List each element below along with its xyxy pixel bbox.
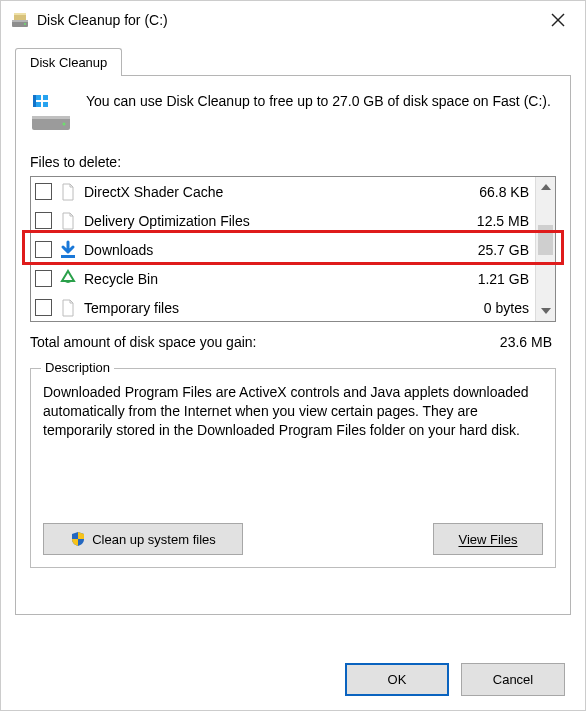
file-name: Delivery Optimization Files: [84, 213, 465, 229]
file-size: 0 bytes: [478, 300, 529, 316]
intro-text: You can use Disk Cleanup to free up to 2…: [86, 92, 551, 134]
svg-rect-3: [14, 13, 26, 15]
recycle-icon: [58, 269, 78, 289]
svg-point-4: [24, 23, 26, 25]
file-row[interactable]: DirectX Shader Cache66.8 KB: [31, 177, 535, 206]
svg-rect-1: [12, 20, 28, 22]
window-title: Disk Cleanup for (C:): [37, 12, 535, 28]
description-text: Downloaded Program Files are ActiveX con…: [43, 383, 543, 483]
file-checkbox[interactable]: [35, 270, 52, 287]
page-icon: [58, 298, 78, 318]
file-row[interactable]: Temporary files0 bytes: [31, 293, 535, 322]
files-to-delete-label: Files to delete:: [30, 154, 556, 170]
svg-rect-11: [33, 95, 36, 107]
description-legend: Description: [41, 360, 114, 375]
titlebar: Disk Cleanup for (C:): [1, 1, 585, 39]
description-groupbox: Description Downloaded Program Files are…: [30, 368, 556, 568]
description-button-row: Clean up system files View Files: [43, 523, 543, 555]
close-button[interactable]: [535, 5, 581, 35]
file-size: 66.8 KB: [473, 184, 529, 200]
scroll-thumb[interactable]: [538, 225, 553, 255]
svg-rect-13: [41, 95, 43, 107]
cancel-button[interactable]: Cancel: [461, 663, 565, 696]
file-name: DirectX Shader Cache: [84, 184, 467, 200]
file-row[interactable]: Recycle Bin1.21 GB: [31, 264, 535, 293]
file-name: Recycle Bin: [84, 271, 466, 287]
file-checkbox[interactable]: [35, 212, 52, 229]
file-size: 1.21 GB: [472, 271, 529, 287]
tabstrip: Disk Cleanup: [15, 45, 571, 75]
scroll-up-button[interactable]: [536, 177, 555, 197]
file-size: 12.5 MB: [471, 213, 529, 229]
file-name: Downloads: [84, 242, 466, 258]
total-row: Total amount of disk space you gain: 23.…: [30, 334, 556, 350]
tab-panel: You can use Disk Cleanup to free up to 2…: [15, 75, 571, 615]
download-icon: [58, 240, 78, 260]
file-row[interactable]: Downloads25.7 GB: [31, 235, 535, 264]
file-checkbox[interactable]: [35, 241, 52, 258]
ok-button[interactable]: OK: [345, 663, 449, 696]
view-files-label: View Files: [458, 532, 517, 547]
disk-cleanup-window: Disk Cleanup for (C:) Disk Cleanup: [0, 0, 586, 711]
total-label: Total amount of disk space you gain:: [30, 334, 500, 350]
file-size: 25.7 GB: [472, 242, 529, 258]
file-row[interactable]: Delivery Optimization Files12.5 MB: [31, 206, 535, 235]
scrollbar[interactable]: [535, 177, 555, 321]
svg-rect-8: [32, 116, 70, 119]
drive-cleanup-icon: [30, 92, 72, 134]
clean-up-system-files-button[interactable]: Clean up system files: [43, 523, 243, 555]
tab-disk-cleanup[interactable]: Disk Cleanup: [15, 48, 122, 76]
intro-row: You can use Disk Cleanup to free up to 2…: [30, 92, 556, 134]
client-area: Disk Cleanup You can use Disk Cleanup to…: [1, 39, 585, 615]
file-name: Temporary files: [84, 300, 472, 316]
uac-shield-icon: [70, 531, 86, 547]
file-checkbox[interactable]: [35, 183, 52, 200]
svg-rect-14: [61, 255, 75, 258]
clean-up-system-files-label: Clean up system files: [92, 532, 216, 547]
file-list-wrap: DirectX Shader Cache66.8 KBDelivery Opti…: [30, 176, 556, 322]
files-listbox[interactable]: DirectX Shader Cache66.8 KBDelivery Opti…: [30, 176, 556, 322]
page-icon: [58, 211, 78, 231]
scroll-down-button[interactable]: [536, 301, 555, 321]
view-files-button[interactable]: View Files: [433, 523, 543, 555]
total-value: 23.6 MB: [500, 334, 552, 350]
file-checkbox[interactable]: [35, 299, 52, 316]
svg-point-9: [63, 123, 66, 126]
page-icon: [58, 182, 78, 202]
dialog-footer: OK Cancel: [345, 663, 565, 696]
disk-cleanup-icon: [11, 11, 29, 29]
